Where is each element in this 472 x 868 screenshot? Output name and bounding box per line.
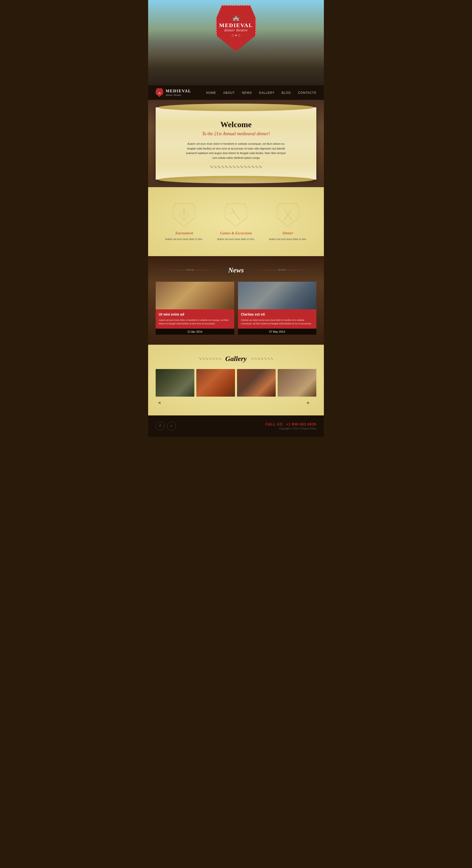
gallery-ornament-right: ∿∿∿∿∿∿∿ (250, 356, 273, 361)
scroll-ornament: ∿∿∿∿∿∿∿∿∿∿∿∿∿∿ (171, 164, 301, 169)
nav-item-gallery[interactable]: GALLERY (259, 90, 274, 95)
shield-ornament: ◇ ♦ ◇ (232, 33, 240, 37)
feature-tournament: Tournament Autem vel eum iriure dolor in… (161, 202, 207, 241)
games-desc: Autem vel eum iriure dolor in hen- (213, 237, 259, 241)
news-body-1: Autem vel eum iriure dolor in hendrerit … (159, 318, 231, 326)
news-section-title: News (228, 266, 244, 274)
facebook-icon: f (159, 424, 161, 428)
dinner-shield-icon (277, 202, 299, 227)
footer-call-label: CALL US: (265, 422, 284, 426)
games-shield-icon (225, 202, 247, 227)
nav-link-news[interactable]: NEWS (242, 91, 252, 95)
gallery-thumb-4[interactable] (278, 369, 316, 397)
news-card-2: Claritas est eti Claritas est etiam proc… (238, 282, 317, 335)
news-title-1: Ut wisi enim ad (159, 312, 231, 316)
nav-link-gallery[interactable]: GALLERY (259, 91, 274, 95)
svg-rect-3 (183, 208, 184, 210)
news-grid: Ut wisi enim ad Autem vel eum iriure dol… (156, 282, 316, 335)
news-section: News Ut wisi enim ad Autem vel eum iriur… (148, 256, 324, 345)
castle-icon: 🏰 (232, 14, 240, 21)
news-date-1: 21 Apr 2014 (156, 329, 234, 335)
nav-item-news[interactable]: NEWS (242, 90, 252, 95)
gallery-thumb-2[interactable] (196, 369, 235, 397)
games-title: Games & Excursions (213, 231, 259, 235)
feature-games: Games & Excursions Autem vel eum iriure … (213, 202, 259, 241)
facebook-button[interactable]: f (156, 422, 165, 431)
gallery-thumb-1[interactable] (156, 369, 194, 397)
svg-line-4 (232, 210, 240, 220)
feature-dinner: Dinner Autem vel eum iriure dolor in hen… (265, 202, 311, 241)
news-date-2: 07 May 2014 (238, 329, 317, 335)
hero-shield-logo: 🏰 MEDIEVAL dinner theatre ◇ ♦ ◇ (216, 5, 256, 55)
scroll-paper: Welcome To the 21st Annual medieaval din… (156, 107, 316, 180)
news-title-2: Claritas est eti (241, 312, 314, 316)
welcome-subtitle: To the 21st Annual medieaval dinner! (171, 131, 301, 136)
news-header-line-right (247, 270, 316, 270)
nav-item-about[interactable]: ABOUT (223, 90, 235, 95)
nav-link-contacts[interactable]: CONTACTS (298, 91, 316, 95)
nav-item-contacts[interactable]: CONTACTS (298, 90, 316, 95)
news-header: News (156, 266, 316, 274)
dinner-desc: Autem vel eum iriure dolor in hen- (265, 237, 311, 241)
nav-link-about[interactable]: ABOUT (223, 91, 235, 95)
gallery-prev-button[interactable]: ◄ (157, 400, 166, 405)
gallery-header: ∿∿∿∿∿∿∿ Gallery ∿∿∿∿∿∿∿ (156, 355, 316, 363)
nav-item-home[interactable]: HOME (206, 90, 216, 95)
hero-section: 🏰 MEDIEVAL dinner theatre ◇ ♦ ◇ (148, 0, 324, 85)
gallery-header-line: ∿∿∿∿∿∿∿ Gallery ∿∿∿∿∿∿∿ (156, 355, 316, 363)
welcome-body: Autem vel eum iriure dolor in hendrerit … (186, 142, 286, 160)
hero-brand-title: MEDIEVAL (219, 22, 253, 28)
tournament-desc: Autem vel eum iriure dolor in hen- (161, 237, 207, 241)
gallery-grid (156, 369, 316, 397)
news-body-2: Claritas est etiam proce eum iriure dolo… (241, 318, 314, 326)
svg-rect-6 (231, 208, 233, 210)
navigation: 🏰 MEDIEVAL dinner theatre HOME ABOUT NEW… (148, 85, 324, 100)
footer-copyright: Copyright © 2014 | Privacy Policy (265, 427, 316, 430)
dinner-title: Dinner (265, 231, 311, 235)
welcome-title: Welcome (171, 120, 301, 129)
nav-brand-text: MEDIEVAL dinner theatre (166, 89, 191, 96)
twitter-button[interactable]: t (167, 422, 176, 431)
welcome-section: Welcome To the 21st Annual medieaval din… (148, 100, 324, 187)
twitter-icon: t (171, 424, 172, 428)
news-content-2: Claritas est eti Claritas est etiam proc… (238, 309, 317, 329)
tournament-title: Tournament (161, 231, 207, 235)
nav-subtitle: dinner theatre (166, 93, 191, 96)
nav-links-list: HOME ABOUT NEWS GALLERY BLOG CONTACTS (206, 90, 316, 95)
footer-phone[interactable]: +1 800 603 6035 (286, 422, 317, 426)
gallery-ornament-left: ∿∿∿∿∿∿∿ (199, 356, 222, 361)
nav-brand: 🏰 MEDIEVAL dinner theatre (156, 88, 191, 97)
hero-brand-subtitle: dinner theatre (224, 28, 247, 32)
gallery-next-button[interactable]: ► (306, 400, 315, 405)
features-section: Tournament Autem vel eum iriure dolor in… (148, 187, 324, 256)
gallery-thumb-3[interactable] (237, 369, 276, 397)
nav-title: MEDIEVAL (166, 89, 191, 93)
footer-call: CALL US: +1 800 603 6035 (265, 422, 316, 426)
footer-right: CALL US: +1 800 603 6035 Copyright © 201… (265, 422, 316, 430)
news-card-1: Ut wisi enim ad Autem vel eum iriure dol… (156, 282, 234, 335)
nav-item-blog[interactable]: BLOG (282, 90, 291, 95)
footer-social-links: f t (156, 422, 176, 431)
tournament-shield-icon (173, 202, 195, 227)
nav-link-home[interactable]: HOME (206, 91, 216, 95)
gallery-navigation: ◄ ► (156, 400, 316, 405)
news-header-line-left (156, 270, 225, 270)
news-image-1 (156, 282, 234, 309)
nav-link-blog[interactable]: BLOG (282, 91, 291, 95)
gallery-section-title: Gallery (225, 355, 247, 363)
news-content-1: Ut wisi enim ad Autem vel eum iriure dol… (156, 309, 234, 329)
gallery-section: ∿∿∿∿∿∿∿ Gallery ∿∿∿∿∿∿∿ ◄ ► (148, 345, 324, 415)
news-image-2 (238, 282, 317, 309)
footer: f t CALL US: +1 800 603 6035 Copyright ©… (148, 415, 324, 437)
nav-shield-icon: 🏰 (156, 88, 163, 97)
